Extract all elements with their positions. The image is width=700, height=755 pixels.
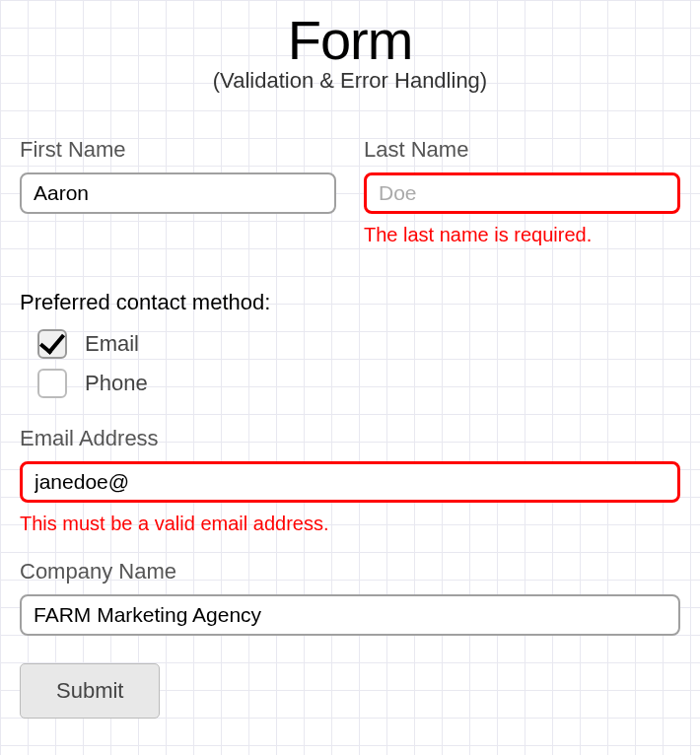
phone-checkbox-label: Phone xyxy=(85,371,148,396)
last-name-group: Last Name The last name is required. xyxy=(364,137,680,246)
contact-method-label: Preferred contact method: xyxy=(20,290,680,315)
email-error: This must be a valid email address. xyxy=(20,513,680,535)
last-name-label: Last Name xyxy=(364,137,680,163)
company-input[interactable] xyxy=(20,594,680,636)
company-group: Company Name xyxy=(20,559,680,636)
submit-button[interactable]: Submit xyxy=(20,663,160,719)
form-header: Form (Validation & Error Handling) xyxy=(20,0,680,94)
company-label: Company Name xyxy=(20,559,680,584)
contact-method-section: Preferred contact method: Email Phone xyxy=(20,290,680,398)
page-subtitle: (Validation & Error Handling) xyxy=(20,68,680,94)
phone-checkbox[interactable] xyxy=(37,369,67,398)
email-label: Email Address xyxy=(20,426,680,451)
first-name-input[interactable] xyxy=(20,172,336,214)
contact-option-email: Email xyxy=(37,329,680,359)
email-checkbox-label: Email xyxy=(85,331,139,357)
email-checkbox[interactable] xyxy=(37,329,67,359)
last-name-input[interactable] xyxy=(364,172,680,214)
first-name-label: First Name xyxy=(20,137,336,163)
contact-option-phone: Phone xyxy=(37,369,680,398)
first-name-group: First Name xyxy=(20,137,336,246)
email-group: Email Address This must be a valid email… xyxy=(20,426,680,535)
last-name-error: The last name is required. xyxy=(364,224,680,246)
page-title: Form xyxy=(20,8,680,72)
email-input[interactable] xyxy=(20,461,680,503)
